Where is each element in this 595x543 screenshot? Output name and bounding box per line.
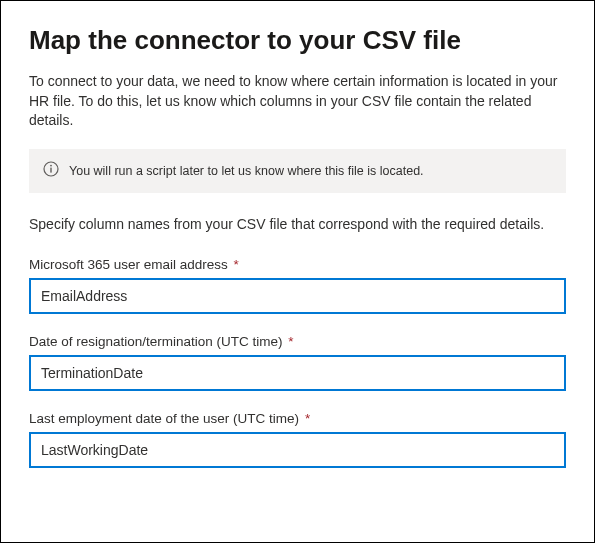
label-text: Date of resignation/termination (UTC tim… bbox=[29, 334, 283, 349]
label-text: Microsoft 365 user email address bbox=[29, 257, 228, 272]
svg-point-1 bbox=[50, 165, 52, 167]
info-icon bbox=[43, 161, 59, 181]
svg-rect-2 bbox=[50, 168, 51, 173]
field-termination: Date of resignation/termination (UTC tim… bbox=[29, 334, 566, 391]
field-label-lastworking: Last employment date of the user (UTC ti… bbox=[29, 411, 566, 426]
required-marker: * bbox=[305, 411, 310, 426]
termination-input[interactable] bbox=[29, 355, 566, 391]
required-marker: * bbox=[288, 334, 293, 349]
field-label-email: Microsoft 365 user email address * bbox=[29, 257, 566, 272]
lastworking-input[interactable] bbox=[29, 432, 566, 468]
field-email: Microsoft 365 user email address * bbox=[29, 257, 566, 314]
info-text: You will run a script later to let us kn… bbox=[69, 164, 424, 178]
info-banner: You will run a script later to let us kn… bbox=[29, 149, 566, 193]
subhead-text: Specify column names from your CSV file … bbox=[29, 215, 566, 235]
email-input[interactable] bbox=[29, 278, 566, 314]
field-lastworking: Last employment date of the user (UTC ti… bbox=[29, 411, 566, 468]
intro-text: To connect to your data, we need to know… bbox=[29, 72, 566, 131]
page-title: Map the connector to your CSV file bbox=[29, 25, 566, 56]
field-label-termination: Date of resignation/termination (UTC tim… bbox=[29, 334, 566, 349]
label-text: Last employment date of the user (UTC ti… bbox=[29, 411, 299, 426]
required-marker: * bbox=[234, 257, 239, 272]
